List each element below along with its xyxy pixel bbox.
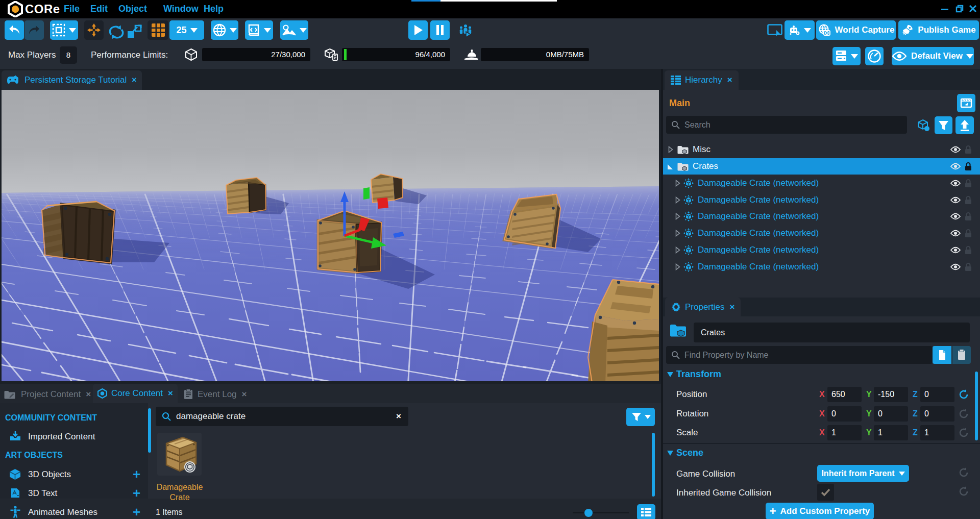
svg-text:CORe: CORe: [25, 2, 60, 16]
